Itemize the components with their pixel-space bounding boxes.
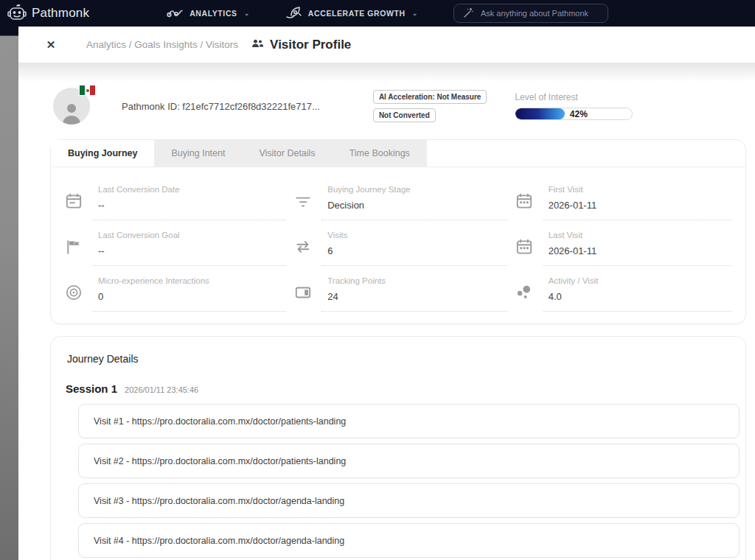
interest-progress-bar: 42% bbox=[515, 108, 633, 120]
visit-row-1[interactable]: Visit #1 - https://pro.doctoralia.com.mx… bbox=[78, 404, 740, 438]
stat-micro-experience-interactions: Micro-experience Interactions 0 bbox=[64, 266, 286, 312]
filter-icon bbox=[293, 192, 321, 211]
level-of-interest: Level of Interest 42% bbox=[515, 92, 633, 120]
calendar-icon bbox=[515, 237, 543, 256]
panel-icon bbox=[293, 283, 321, 302]
tab-visitor-details[interactable]: Visitor Details bbox=[242, 140, 332, 167]
pathmonk-id: Pathmonk ID: f21efc7712cf26f8d32221fe717… bbox=[122, 101, 320, 112]
avatar bbox=[53, 88, 90, 125]
flag-icon bbox=[64, 237, 92, 256]
tab-buying-intent[interactable]: Buying Intent bbox=[154, 140, 242, 167]
journey-details-title: Journey Details bbox=[67, 353, 737, 365]
header-shadow bbox=[18, 63, 755, 82]
session-name: Session 1 bbox=[66, 382, 117, 395]
stat-first-visit: First Visit 2026-01-11 bbox=[515, 175, 732, 220]
stat-visits: Visits 6 bbox=[293, 220, 507, 266]
profile-summary: Pathmonk ID: f21efc7712cf26f8d32221fe717… bbox=[50, 83, 746, 129]
tab-buying-journey[interactable]: Buying Journey bbox=[51, 140, 154, 167]
nav-analytics-label: ANALYTICS bbox=[189, 9, 237, 18]
panel-header: ✕ Analytics / Goals Insights / Visitors … bbox=[18, 27, 755, 63]
nav-accelerate-label: ACCELERATE GROWTH bbox=[308, 9, 406, 18]
stats-grid: Last Conversion Date -- Buying Journey S… bbox=[51, 167, 745, 323]
chevron-down-icon: ⌄ bbox=[412, 10, 418, 17]
target-icon bbox=[64, 283, 92, 302]
session-timestamp: 2026/01/11 23:45:46 bbox=[125, 385, 198, 394]
status-badge-ai-acceleration: AI Acceleration: Not Measure bbox=[373, 90, 487, 104]
status-badge-converted: Not Converted bbox=[373, 108, 436, 122]
chevron-down-icon: ⌄ bbox=[244, 10, 250, 17]
people-icon bbox=[251, 38, 264, 52]
interest-label: Level of Interest bbox=[515, 92, 633, 102]
mexico-flag-icon bbox=[79, 85, 96, 96]
visit-row-2[interactable]: Visit #2 - https://pro.doctoralia.com.mx… bbox=[78, 444, 740, 478]
stat-last-conversion-date: Last Conversion Date -- bbox=[64, 175, 286, 220]
interest-progress-fill bbox=[515, 108, 564, 119]
visit-row-4[interactable]: Visit #4 - https://pro.doctoralia.com.mx… bbox=[78, 523, 740, 558]
journey-details-card: Journey Details Session 1 2026/01/11 23:… bbox=[50, 336, 746, 560]
buying-journey-card: Buying Journey Buying Intent Visitor Det… bbox=[50, 139, 746, 324]
stat-last-visit: Last Visit 2026-01-11 bbox=[515, 220, 732, 266]
stat-buying-journey-stage: Buying Journey Stage Decision bbox=[293, 175, 507, 220]
background-gutter bbox=[0, 27, 18, 560]
nav-analytics[interactable]: ANALYTICS ⌄ bbox=[167, 7, 250, 20]
journey-squiggle-icon bbox=[167, 7, 184, 20]
brand-name: Pathmonk bbox=[32, 6, 89, 21]
visitor-profile-panel: ✕ Analytics / Goals Insights / Visitors … bbox=[18, 27, 755, 560]
ask-anything-button[interactable]: Ask anything about Pathmonk bbox=[453, 4, 608, 23]
close-icon[interactable]: ✕ bbox=[44, 38, 58, 52]
page-title: Visitor Profile bbox=[270, 38, 351, 52]
interest-progress-value: 42% bbox=[570, 109, 588, 119]
robot-icon bbox=[7, 4, 27, 22]
calendar-icon bbox=[64, 192, 92, 211]
stat-last-conversion-goal: Last Conversion Goal -- bbox=[64, 220, 286, 266]
stat-tracking-points: Tracking Points 24 bbox=[293, 266, 507, 312]
bubbles-icon bbox=[515, 283, 543, 302]
nav-accelerate-growth[interactable]: ACCELERATE GROWTH ⌄ bbox=[285, 6, 418, 21]
top-nav: Pathmonk ANALYTICS ⌄ ACCELERAT bbox=[0, 0, 755, 27]
stat-activity-per-visit: Activity / Visit 4.0 bbox=[515, 266, 732, 312]
calendar-icon bbox=[515, 192, 543, 211]
visitor-profile-page: Pathmonk ANALYTICS ⌄ ACCELERAT bbox=[0, 0, 755, 560]
visit-list: Visit #1 - https://pro.doctoralia.com.mx… bbox=[67, 404, 737, 560]
magic-wand-icon bbox=[463, 7, 474, 20]
pathmonk-logo[interactable]: Pathmonk bbox=[7, 4, 89, 22]
tab-bar: Buying Journey Buying Intent Visitor Det… bbox=[51, 140, 745, 167]
repeat-icon bbox=[293, 237, 321, 256]
ask-anything-label: Ask anything about Pathmonk bbox=[481, 9, 588, 18]
session-header: Session 1 2026/01/11 23:45:46 bbox=[66, 382, 737, 395]
tab-time-bookings[interactable]: Time Bookings bbox=[333, 140, 427, 167]
growth-hand-icon bbox=[285, 6, 303, 21]
breadcrumb[interactable]: Analytics / Goals Insights / Visitors bbox=[86, 39, 238, 50]
visit-row-3[interactable]: Visit #3 - https://pro.doctoralia.com.mx… bbox=[78, 483, 740, 518]
